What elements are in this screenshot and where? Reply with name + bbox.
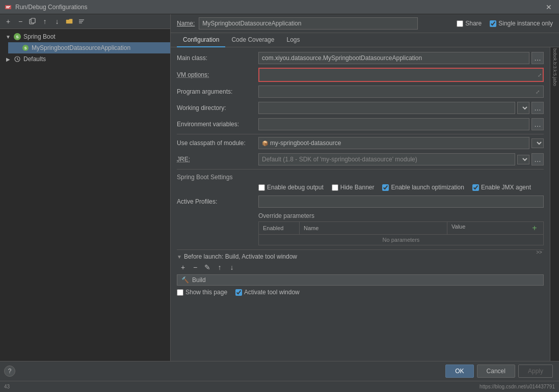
- single-instance-checkbox[interactable]: [490, 20, 496, 27]
- left-panel: + − ↑ ↓: [0, 14, 171, 361]
- enable-launch-wrapper[interactable]: Enable launch optimization: [382, 184, 464, 191]
- main-class-browse-button[interactable]: …: [531, 52, 544, 64]
- show-page-row: Show this page Activate tool window: [177, 289, 544, 296]
- jre-dropdown[interactable]: [517, 155, 529, 164]
- build-label: Build: [192, 276, 206, 284]
- sidebar-text-6: .ja: [552, 76, 557, 81]
- line-number: 43: [4, 384, 10, 389]
- edit-launch-button[interactable]: ✎: [202, 262, 212, 272]
- springboot-group-label: Spring Boot: [23, 33, 56, 40]
- vm-options-input[interactable]: [258, 68, 544, 82]
- folder-button[interactable]: [64, 16, 74, 26]
- module-icon: 📦: [262, 141, 268, 146]
- working-dir-input[interactable]: [258, 102, 515, 114]
- config-area: Main class: … VM options: ⤢: [171, 47, 550, 361]
- jre-browse-button[interactable]: …: [531, 153, 544, 165]
- enable-launch-checkbox[interactable]: [382, 184, 389, 191]
- add-config-button[interactable]: +: [3, 16, 13, 26]
- sidebar-text-5: k:5: [552, 70, 557, 76]
- share-checkbox-wrapper: Share: [457, 20, 482, 27]
- add-launch-button[interactable]: +: [178, 262, 188, 272]
- enable-debug-wrapper[interactable]: Enable debug output: [258, 184, 324, 191]
- defaults-icon: [13, 55, 21, 63]
- enable-jmx-checkbox[interactable]: [472, 184, 479, 191]
- program-args-expand-icon[interactable]: ⤢: [533, 87, 543, 97]
- main-class-label: Main class:: [177, 54, 258, 62]
- tab-code-coverage[interactable]: Code Coverage: [225, 33, 280, 47]
- sidebar-text-7: bo: [552, 81, 557, 86]
- show-page-label: Show this page: [185, 289, 227, 296]
- main-class-input[interactable]: [258, 52, 529, 64]
- table-row: No parameters: [259, 235, 544, 245]
- show-page-checkbox[interactable]: [177, 289, 183, 296]
- before-launch-header: ▼ Before launch: Build, Activate tool wi…: [177, 253, 535, 260]
- svg-line-10: [17, 59, 18, 60]
- ok-button[interactable]: OK: [445, 365, 473, 378]
- help-button[interactable]: ?: [4, 366, 15, 377]
- divider-1: [177, 134, 544, 134]
- program-args-input[interactable]: [258, 86, 544, 98]
- move-down-button[interactable]: ↓: [52, 16, 62, 26]
- tab-configuration[interactable]: Configuration: [177, 33, 225, 47]
- launch-up-button[interactable]: ↑: [215, 262, 225, 272]
- classpath-label: Use classpath of module:: [177, 139, 258, 147]
- name-field-label: Name:: [177, 20, 195, 27]
- url-text: https://blog.csdn.net/u014437791: [480, 384, 555, 389]
- env-vars-input[interactable]: [258, 118, 529, 130]
- working-dir-wrapper: …: [258, 102, 544, 114]
- single-instance-wrapper: Single instance only: [490, 20, 553, 27]
- enable-jmx-wrapper[interactable]: Enable JMX agent: [472, 184, 531, 191]
- main-content: + − ↑ ↓: [0, 14, 559, 361]
- working-dir-dropdown[interactable]: [517, 102, 529, 114]
- right-panel: Name: Share Single instance only Configu…: [171, 14, 559, 361]
- enable-debug-checkbox[interactable]: [258, 184, 265, 191]
- share-checkbox[interactable]: [457, 20, 463, 27]
- single-instance-label[interactable]: Single instance only: [498, 20, 553, 27]
- sort-button[interactable]: [76, 16, 87, 26]
- show-page-wrapper[interactable]: Show this page: [177, 289, 227, 296]
- before-launch-arrow[interactable]: ▼: [177, 254, 182, 260]
- jre-row: JRE: …: [177, 153, 544, 166]
- remove-launch-button[interactable]: −: [190, 262, 200, 272]
- tree-defaults-item[interactable]: ▶ Defaults: [0, 53, 170, 65]
- working-dir-browse-button[interactable]: …: [531, 102, 544, 114]
- vm-options-expand-icon[interactable]: ⤢: [538, 72, 542, 78]
- before-launch-toolbar: + − ✎ ↑ ↓: [177, 262, 544, 272]
- classpath-dropdown[interactable]: [531, 138, 544, 148]
- run-debug-dialog: Run/Debug Configurations ✕ + − ↑ ↓: [0, 0, 559, 392]
- hide-banner-wrapper[interactable]: Hide Banner: [332, 184, 375, 191]
- enable-debug-label: Enable debug output: [267, 184, 324, 191]
- apply-button[interactable]: Apply: [518, 365, 553, 378]
- springboot-group-icon: S: [13, 33, 21, 41]
- config-tree: ▼ S Spring Boot S MySpringbootDatasource…: [0, 29, 170, 361]
- close-button[interactable]: ✕: [543, 2, 555, 12]
- hide-banner-checkbox[interactable]: [332, 184, 338, 191]
- more-options-button[interactable]: >>: [535, 247, 544, 257]
- cancel-button[interactable]: Cancel: [477, 365, 515, 378]
- activate-window-checkbox[interactable]: [235, 289, 242, 296]
- tab-logs[interactable]: Logs: [280, 33, 306, 47]
- jre-input[interactable]: [258, 153, 515, 165]
- sidebar-text-3: k.b: [552, 59, 557, 65]
- copy-config-button[interactable]: [28, 16, 38, 26]
- tree-springboot-group[interactable]: ▼ S Spring Boot: [0, 31, 170, 42]
- dialog-icon: [4, 3, 12, 11]
- remove-config-button[interactable]: −: [15, 16, 25, 26]
- move-up-button[interactable]: ↑: [40, 16, 50, 26]
- program-args-label: Program arguments:: [177, 88, 258, 95]
- env-vars-browse-button[interactable]: …: [531, 118, 544, 130]
- sidebar-text-4: :3.: [552, 65, 557, 70]
- name-input[interactable]: [199, 17, 418, 30]
- active-profiles-input[interactable]: [258, 195, 544, 208]
- share-label[interactable]: Share: [465, 20, 482, 27]
- build-launch-item[interactable]: 🔨 Build: [177, 274, 544, 286]
- bottom-section: ? OK Cancel Apply: [0, 361, 559, 381]
- left-toolbar: + − ↑ ↓: [0, 14, 170, 29]
- env-vars-wrapper: …: [258, 118, 544, 130]
- add-param-button[interactable]: +: [530, 223, 539, 233]
- activate-window-wrapper[interactable]: Activate tool window: [235, 289, 300, 296]
- active-profiles-row: Active Profiles:: [177, 195, 544, 208]
- tree-app-item[interactable]: S MySpringbootDatasourceApplication: [8, 42, 170, 53]
- launch-down-button[interactable]: ↓: [227, 262, 237, 272]
- working-dir-row: Working directory: …: [177, 101, 544, 115]
